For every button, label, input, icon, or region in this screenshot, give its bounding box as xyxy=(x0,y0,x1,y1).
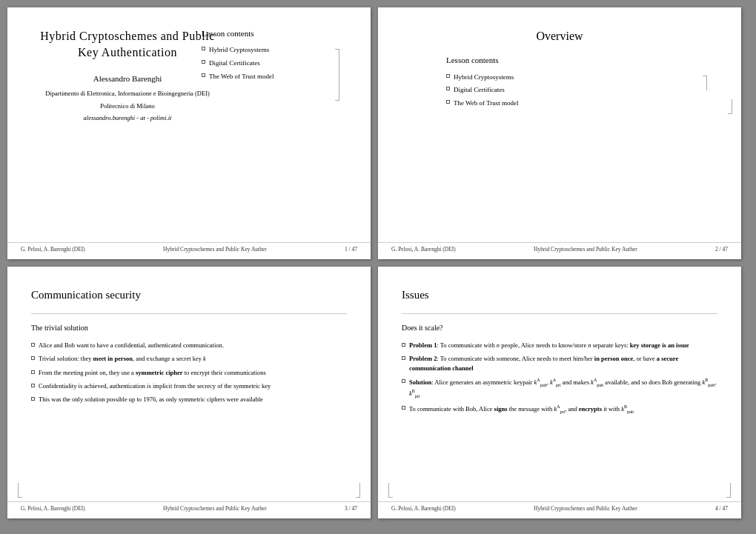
slide3-subsection: The trivial solution xyxy=(31,323,347,333)
bullet4-icon-3 xyxy=(402,379,405,383)
lesson-item-label-1: Hybrid Cryptosystems xyxy=(209,45,269,55)
bullet-icon-3 xyxy=(202,73,205,77)
bullet-icon-2 xyxy=(202,60,205,64)
slide1-dept-line2: Politecnico di Milano xyxy=(31,101,224,111)
slide4-bullet-2: Problem 2: To communicate with someone, … xyxy=(402,354,717,373)
bullet2-icon-2 xyxy=(446,87,450,90)
bracket4-bottom-right xyxy=(726,483,731,498)
slide4-footer: G. Pelosi, A. Barenghi (DEI) Hybrid Cryp… xyxy=(378,501,741,513)
bullet4-icon-1 xyxy=(402,343,405,347)
slide-1: Lesson contents Hybrid Cryptosystems Dig… xyxy=(7,7,371,259)
slide1-author: Alessandro Barenghi xyxy=(31,73,224,84)
slide4-subsection: Does it scale? xyxy=(402,323,717,333)
slide4-bullet-label-4: To communicate with Bob, Alice signs the… xyxy=(409,404,634,415)
slide1-email: alessandro.barenghi - at - polimi.it xyxy=(31,114,224,123)
slide3-bullet-3: From the meeting point on, they use a sy… xyxy=(31,368,347,377)
slide1-dept-line1: Dipartimento di Elettronica, Informazion… xyxy=(31,89,224,99)
bracket-right xyxy=(335,49,339,101)
lesson2-item-1: Hybrid Cryptosystems xyxy=(446,73,717,82)
footer4-left: G. Pelosi, A. Barenghi (DEI) xyxy=(391,505,456,513)
slide1-title: Hybrid Cryptoschemes and Public Key Auth… xyxy=(31,28,224,61)
bracket2-top-right xyxy=(703,76,707,90)
lesson2-item-label-1: Hybrid Cryptosystems xyxy=(454,73,514,82)
lesson-item-label-3: The Web of Trust model xyxy=(209,72,274,81)
slide3-bullet-label-5: This was the only solution possible up t… xyxy=(39,395,263,404)
bullet2-icon-1 xyxy=(446,74,450,78)
slide3-bullet-2: Trivial solution: they meet in person, a… xyxy=(31,354,347,363)
slides-row-1: Lesson contents Hybrid Cryptosystems Dig… xyxy=(7,7,749,259)
slide-3: Communication security The trivial solut… xyxy=(7,267,371,518)
footer2-right: 2 / 47 xyxy=(715,246,728,254)
slide-2: Overview Lesson contents Hybrid Cryptosy… xyxy=(378,7,741,259)
footer4-center: Hybrid Cryptoschemes and Public Key Auth… xyxy=(534,505,637,513)
slide3-bullet-1: Alice and Bob want to have a confidentia… xyxy=(31,341,347,350)
footer-right: 1 / 47 xyxy=(345,246,357,254)
slide4-bullet-1: Problem 1: To communicate with n people,… xyxy=(402,341,717,350)
lesson2-item-3: The Web of Trust model xyxy=(446,99,717,108)
lesson-item-2: Digital Certificates xyxy=(202,59,350,68)
slide4-bullet-label-2: Problem 2: To communicate with someone, … xyxy=(409,354,717,373)
bracket4-bottom-left xyxy=(388,483,393,498)
slide3-bullet-label-4: Confidentiality is achieved, authenticat… xyxy=(39,381,271,390)
slide2-footer: G. Pelosi, A. Barenghi (DEI) Hybrid Cryp… xyxy=(378,242,741,254)
slide3-bullet-4: Confidentiality is achieved, authenticat… xyxy=(31,381,347,390)
bullet3-icon-4 xyxy=(31,384,35,387)
slide3-bullet-label-1: Alice and Bob want to have a confidentia… xyxy=(39,341,224,350)
slide3-bullet-5: This was the only solution possible up t… xyxy=(31,395,347,404)
lesson2-title: Lesson contents xyxy=(446,55,717,66)
bullet3-icon-2 xyxy=(31,356,35,360)
bullet3-icon-3 xyxy=(31,370,35,374)
footer-center: Hybrid Cryptoschemes and Public Key Auth… xyxy=(163,246,267,254)
bullet4-icon-4 xyxy=(402,406,405,410)
lesson-item-3: The Web of Trust model xyxy=(202,72,350,81)
footer2-center: Hybrid Cryptoschemes and Public Key Auth… xyxy=(534,246,637,254)
slide3-title: Communication security xyxy=(31,287,347,303)
bullet3-icon-5 xyxy=(31,397,35,401)
bullet4-icon-2 xyxy=(402,356,405,360)
footer2-left: G. Pelosi, A. Barenghi (DEI) xyxy=(391,246,456,254)
bullet2-icon-3 xyxy=(446,100,450,104)
bracket2-bottom-right xyxy=(728,99,732,114)
slide2-header: Overview xyxy=(402,28,717,44)
lesson-contents-title: Lesson contents xyxy=(202,28,350,39)
footer3-right: 3 / 47 xyxy=(345,505,357,513)
lesson2-item-label-2: Digital Certificates xyxy=(454,85,505,95)
footer3-left: G. Pelosi, A. Barenghi (DEI) xyxy=(21,505,85,513)
slide4-bullet-label-1: Problem 1: To communicate with n people,… xyxy=(409,341,689,350)
slide4-bullet-label-3: Solution: Alice generates an asymmetric … xyxy=(409,377,717,399)
slide3-bullet-label-3: From the meeting point on, they use a sy… xyxy=(39,368,266,377)
bracket3-bottom-left xyxy=(18,483,22,498)
slide3-bullet-label-2: Trivial solution: they meet in person, a… xyxy=(39,354,206,363)
slide3-footer: G. Pelosi, A. Barenghi (DEI) Hybrid Cryp… xyxy=(7,501,371,513)
slide4-bullet-4: To communicate with Bob, Alice signs the… xyxy=(402,404,717,415)
lesson2-item-label-3: The Web of Trust model xyxy=(454,99,519,108)
slides-row-2: Communication security The trivial solut… xyxy=(7,267,749,518)
bracket3-bottom-right xyxy=(356,483,360,498)
slide1-footer: G. Pelosi, A. Barenghi (DEI) Hybrid Cryp… xyxy=(7,242,371,254)
lesson2-item-2: Digital Certificates xyxy=(446,85,717,95)
bullet3-icon-1 xyxy=(31,343,35,347)
footer3-center: Hybrid Cryptoschemes and Public Key Auth… xyxy=(163,505,267,513)
lesson-item-1: Hybrid Cryptosystems xyxy=(202,45,350,55)
footer4-right: 4 / 47 xyxy=(715,505,728,513)
slide4-title: Issues xyxy=(402,287,717,303)
footer-left: G. Pelosi, A. Barenghi (DEI) xyxy=(21,246,85,254)
slide4-bullet-3: Solution: Alice generates an asymmetric … xyxy=(402,377,717,399)
slide-4: Issues Does it scale? Problem 1: To comm… xyxy=(378,267,741,518)
lesson-item-label-2: Digital Certificates xyxy=(209,59,260,68)
bullet-icon-1 xyxy=(202,47,205,50)
lesson-box: Lesson contents Hybrid Cryptosystems Dig… xyxy=(202,28,350,84)
